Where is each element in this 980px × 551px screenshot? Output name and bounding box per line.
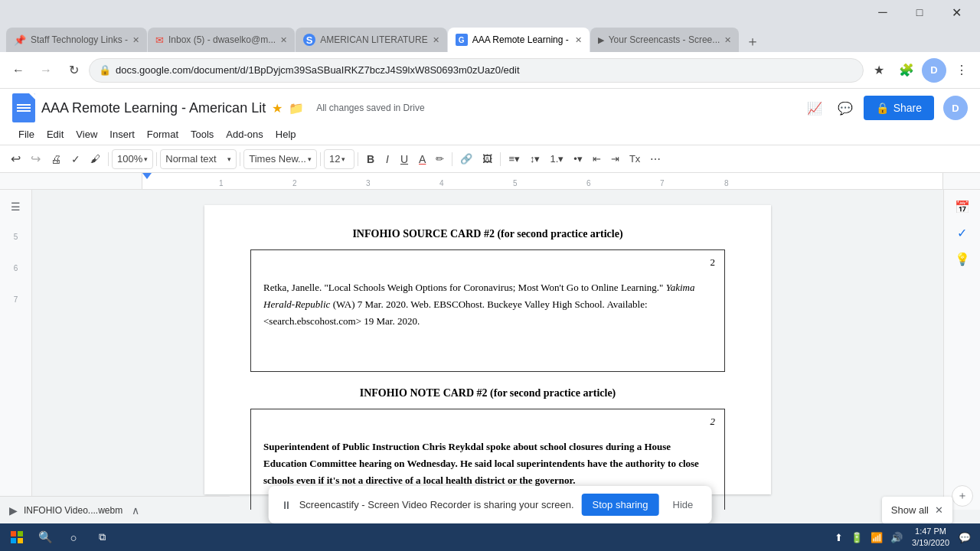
share-label: Share <box>893 102 922 114</box>
star-icon[interactable]: ★ <box>272 101 283 116</box>
extensions-button[interactable]: 🧩 <box>894 58 919 83</box>
taskbar-search[interactable]: 🔍 <box>31 523 59 551</box>
tray-extensions[interactable]: ⬆ <box>831 530 846 545</box>
tray-clock[interactable]: 1:47 PM 3/19/2020 <box>907 524 954 551</box>
clear-format-button[interactable]: Tx <box>625 149 645 169</box>
italic-button[interactable]: I <box>381 149 394 169</box>
back-button[interactable]: ← <box>6 58 31 83</box>
note-card-title: INFOHIO NOTE CARD #2 (for second practic… <box>250 387 725 399</box>
tray-battery[interactable]: 🔋 <box>848 530 866 545</box>
tab5-close-icon[interactable]: ✕ <box>724 35 731 45</box>
tab4-close-icon[interactable]: ✕ <box>575 35 582 45</box>
browser-tab-5[interactable]: ▶ Your Screencasts - Scree... ✕ <box>590 28 740 52</box>
bookmark-button[interactable]: ★ <box>867 58 891 83</box>
svg-rect-2 <box>11 538 16 543</box>
menu-file[interactable]: File <box>12 126 41 143</box>
menu-view[interactable]: View <box>70 126 103 143</box>
browser-tab-4[interactable]: G AAA Remote Learning - ✕ <box>448 28 590 52</box>
tray-notifications[interactable]: 💬 <box>956 530 974 545</box>
doc-area[interactable]: INFOHIO SOURCE CARD #2 (for second pract… <box>32 190 943 510</box>
tab5-title: Your Screencasts - Scree... <box>609 34 720 45</box>
fontsize-select[interactable]: 12 ▾ <box>324 149 354 169</box>
menu-bar: File Edit View Insert Format Tools Add-o… <box>12 124 968 145</box>
show-all-close-icon[interactable]: ✕ <box>935 504 943 516</box>
menu-format[interactable]: Format <box>141 126 185 143</box>
highlight-button[interactable]: ✏ <box>431 149 449 169</box>
tab5-favicon: ▶ <box>598 35 604 45</box>
zoom-select[interactable]: 100% ▾ <box>112 149 153 169</box>
tasks-sidebar-icon[interactable]: ✓ <box>952 222 973 243</box>
toolbar-sep4 <box>320 152 321 166</box>
note-card-content: Superintendent of Public Instruction Chr… <box>263 439 712 489</box>
start-button[interactable] <box>3 523 31 551</box>
forward-button[interactable]: → <box>34 58 58 83</box>
line-spacing-button[interactable]: ↕▾ <box>525 149 545 169</box>
undo-button[interactable]: ↩ <box>6 149 25 169</box>
style-select[interactable]: Normal text ▾ <box>160 149 237 169</box>
link-button[interactable]: 🔗 <box>456 149 477 169</box>
menu-addons[interactable]: Add-ons <box>220 126 269 143</box>
new-tab-button[interactable]: ＋ <box>742 31 763 52</box>
print-button[interactable]: 🖨 <box>46 149 66 169</box>
text-color-button[interactable]: A <box>414 149 430 169</box>
address-bar[interactable]: 🔒 docs.google.com/document/d/1BpDyjcm39S… <box>89 58 864 83</box>
share-button[interactable]: 🔒 Share <box>864 96 934 120</box>
spellcheck-button[interactable]: ✓ <box>67 149 85 169</box>
decrease-indent-button[interactable]: ⇤ <box>588 149 606 169</box>
user-avatar[interactable]: D <box>943 96 968 120</box>
tray-date: 3/19/2020 <box>912 537 949 549</box>
scroll-up-button[interactable]: ＋ <box>952 485 973 507</box>
paint-format-button[interactable]: 🖌 <box>86 149 105 169</box>
menu-button[interactable]: ⋮ <box>949 58 974 83</box>
tray-network[interactable]: 📶 <box>867 530 886 545</box>
folder-icon[interactable]: 📁 <box>289 101 304 116</box>
bullet-list-button[interactable]: •▾ <box>569 149 587 169</box>
taskbar-cortana[interactable]: ○ <box>60 523 87 551</box>
hide-button[interactable]: Hide <box>667 494 700 516</box>
menu-edit[interactable]: Edit <box>41 126 70 143</box>
stop-sharing-button[interactable]: Stop sharing <box>582 494 659 516</box>
bold-button[interactable]: B <box>361 149 380 169</box>
tray-volume[interactable]: 🔊 <box>887 530 906 545</box>
tab1-close-icon[interactable]: ✕ <box>132 35 139 45</box>
menu-insert[interactable]: Insert <box>103 126 141 143</box>
tab3-close-icon[interactable]: ✕ <box>433 35 439 45</box>
file-collapse-icon[interactable]: ∧ <box>132 504 139 517</box>
ruler: 1 2 3 4 5 6 7 8 <box>0 173 980 190</box>
browser-tab-2[interactable]: ✉ Inbox (5) - dwaselko@m... ✕ <box>148 28 295 52</box>
comments-icon[interactable]: 💬 <box>833 96 858 120</box>
profile-button[interactable]: D <box>922 58 946 83</box>
browser-tab-3[interactable]: S AMERICAN LITERATURE ✕ <box>296 28 446 52</box>
align-button[interactable]: ≡▾ <box>504 149 524 169</box>
reload-button[interactable]: ↻ <box>61 58 86 83</box>
increase-indent-button[interactable]: ⇥ <box>606 149 624 169</box>
menu-tools[interactable]: Tools <box>185 126 220 143</box>
taskbar-multitask[interactable]: ⧉ <box>88 523 116 551</box>
more-button[interactable]: ⋯ <box>645 149 665 169</box>
toolbar-sep3 <box>240 152 240 166</box>
style-value: Normal text <box>165 153 216 165</box>
menu-help[interactable]: Help <box>270 126 302 143</box>
underline-button[interactable]: U <box>395 149 413 169</box>
fontsize-value: 12 <box>329 153 340 165</box>
keep-sidebar-icon[interactable]: 💡 <box>952 248 973 269</box>
font-select[interactable]: Times New... ▾ <box>243 149 317 169</box>
toolbar-sep7 <box>500 152 501 166</box>
maximize-button[interactable]: □ <box>902 0 937 24</box>
show-all-label[interactable]: Show all <box>891 504 929 516</box>
url-text: docs.google.com/document/d/1BpDyjcm39SaS… <box>116 64 854 76</box>
doc-outline-icon[interactable]: ☰ <box>5 196 27 217</box>
style-chevron: ▾ <box>227 155 231 163</box>
minimize-button[interactable]: ─ <box>865 0 900 24</box>
ruler-mark-5: 5 <box>513 179 518 187</box>
calendar-sidebar-icon[interactable]: 📅 <box>952 196 973 217</box>
tab2-close-icon[interactable]: ✕ <box>280 35 287 45</box>
activity-icon[interactable]: 📈 <box>802 96 827 120</box>
redo-button[interactable]: ↪ <box>26 149 45 169</box>
ruler-mark-1: 1 <box>219 179 224 187</box>
numbered-list-button[interactable]: 1.▾ <box>545 149 568 169</box>
tab-bar: 📌 Staff Technology Links - ✕ ✉ Inbox (5)… <box>0 24 980 52</box>
browser-tab-1[interactable]: 📌 Staff Technology Links - ✕ <box>6 28 147 52</box>
image-button[interactable]: 🖼 <box>478 149 497 169</box>
close-button[interactable]: ✕ <box>939 0 974 24</box>
